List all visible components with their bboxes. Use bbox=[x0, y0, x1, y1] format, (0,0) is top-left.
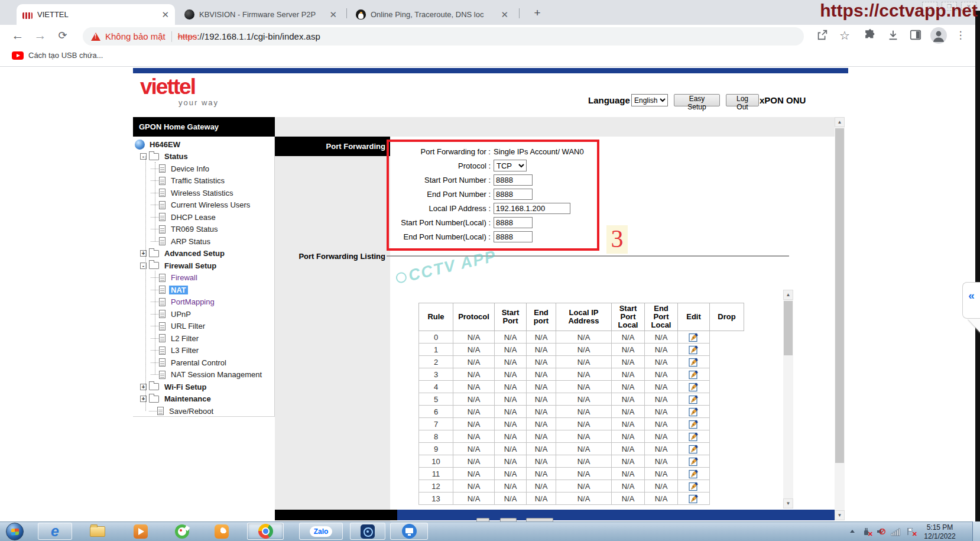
security-warning-icon[interactable] bbox=[91, 33, 100, 41]
tree-item-wireless-statistics[interactable]: Wireless Statistics bbox=[133, 187, 274, 199]
download-icon[interactable] bbox=[887, 28, 901, 43]
tree-item-label[interactable]: NAT Session Management bbox=[169, 370, 264, 379]
back-icon[interactable]: ← bbox=[8, 26, 27, 45]
protocol-select[interactable]: TCP bbox=[494, 160, 527, 171]
listing-scrollbar[interactable]: ▲ ▼ bbox=[783, 290, 793, 508]
tree-item-firewall[interactable]: Firewall bbox=[133, 272, 274, 284]
tree-item-label[interactable]: L2 Filter bbox=[169, 334, 200, 343]
tree-item-label[interactable]: Firewall bbox=[169, 273, 199, 282]
forward-icon[interactable]: → bbox=[31, 26, 50, 45]
tree-item-device-info[interactable]: Device Info bbox=[133, 163, 274, 175]
tree-item-label[interactable]: TR069 Status bbox=[169, 225, 220, 234]
share-icon[interactable] bbox=[816, 28, 830, 43]
extensions-puzzle-icon[interactable] bbox=[863, 28, 877, 43]
tree-item-label[interactable]: Parental Control bbox=[169, 358, 228, 367]
tree-item-firewall-setup[interactable]: -Firewall Setup bbox=[133, 260, 274, 272]
tree-item-maintenance[interactable]: +Maintenance bbox=[133, 393, 274, 406]
easy-setup-button[interactable]: Easy Setup bbox=[674, 94, 720, 106]
taskbar-explorer-button[interactable] bbox=[83, 523, 112, 540]
profile-avatar[interactable] bbox=[930, 27, 947, 44]
tab-close-icon[interactable]: ✕ bbox=[501, 10, 508, 19]
tree-item-parental-control[interactable]: Parental Control bbox=[133, 357, 274, 369]
tab-close-icon[interactable]: ✕ bbox=[161, 10, 169, 19]
log-out-button[interactable]: Log Out bbox=[726, 94, 759, 106]
edit-pen-icon[interactable] bbox=[678, 331, 710, 344]
tree-item-status[interactable]: -Status bbox=[133, 151, 274, 163]
tree-item-label[interactable]: ARP Status bbox=[169, 237, 212, 246]
edit-pen-icon[interactable] bbox=[678, 455, 710, 468]
local-ip-input[interactable] bbox=[494, 203, 570, 214]
edit-pen-icon[interactable] bbox=[678, 480, 710, 493]
tree-item-label[interactable]: L3 Filter bbox=[169, 346, 200, 355]
tree-item-label[interactable]: PortMapping bbox=[169, 297, 216, 306]
tree-item-label[interactable]: Maintenance bbox=[163, 394, 213, 403]
tree-item-label[interactable]: Traffic Statistics bbox=[169, 176, 226, 185]
tree-item-label[interactable]: Current Wireless Users bbox=[169, 200, 252, 209]
tree-item-label[interactable]: Advanced Setup bbox=[163, 249, 226, 258]
tree-item-label[interactable]: Firewall Setup bbox=[163, 261, 218, 270]
edit-pen-icon[interactable] bbox=[678, 393, 710, 406]
start-port-input[interactable] bbox=[494, 174, 533, 186]
tree-item-label[interactable]: Device Info bbox=[169, 164, 211, 173]
taskbar-screen-share-button[interactable] bbox=[390, 523, 428, 540]
tree-item-label[interactable]: Save/Reboot bbox=[167, 407, 215, 416]
scroll-down-icon[interactable]: ▼ bbox=[835, 510, 845, 520]
edit-pen-icon[interactable] bbox=[678, 418, 710, 430]
tree-item-tr069-status[interactable]: TR069 Status bbox=[133, 223, 274, 236]
taskbar-media-player-button[interactable] bbox=[125, 523, 156, 540]
tray-clock[interactable]: 5:15 PM 12/1/2022 bbox=[917, 523, 962, 541]
tab-viettel[interactable]: VIETTEL ✕ bbox=[17, 4, 175, 25]
edit-pen-icon[interactable] bbox=[678, 406, 710, 418]
tree-item-nat-session-management[interactable]: NAT Session Management bbox=[133, 369, 274, 381]
tree-item-label[interactable]: NAT bbox=[169, 286, 188, 294]
tree-item-label[interactable]: Status bbox=[163, 152, 190, 161]
taskbar-uc-browser-button[interactable] bbox=[207, 523, 236, 540]
tree-item-url-filter[interactable]: URL Filter bbox=[133, 320, 274, 333]
edit-pen-icon[interactable] bbox=[678, 381, 710, 393]
tree-item-current-wireless-users[interactable]: Current Wireless Users bbox=[133, 199, 274, 212]
menu-kebab-icon[interactable]: ⋮ bbox=[955, 27, 966, 44]
edit-pen-icon[interactable] bbox=[678, 430, 710, 443]
tree-item-l2-filter[interactable]: L2 Filter bbox=[133, 332, 274, 345]
edit-pen-icon[interactable] bbox=[678, 443, 710, 455]
edit-pen-icon[interactable] bbox=[678, 344, 710, 356]
edit-pen-icon[interactable] bbox=[678, 493, 710, 505]
tree-item-label[interactable]: H646EW bbox=[148, 140, 182, 149]
tree-item-nat[interactable]: NAT bbox=[133, 284, 274, 296]
tree-item-h646ew[interactable]: H646EW bbox=[133, 138, 274, 151]
scroll-up-icon[interactable]: ▲ bbox=[835, 117, 845, 127]
tab-online-ping[interactable]: Online Ping, Traceroute, DNS loc ✕ bbox=[350, 4, 514, 25]
tree-item-label[interactable]: DHCP Lease bbox=[169, 213, 218, 222]
taskbar-ie-button[interactable]: e bbox=[38, 523, 72, 540]
start-button[interactable] bbox=[6, 523, 24, 540]
scrollbar-thumb[interactable] bbox=[784, 301, 793, 355]
end-port-local-input[interactable] bbox=[494, 231, 533, 242]
taskbar-cctv-app-button[interactable] bbox=[350, 523, 385, 540]
reload-icon[interactable]: ⟳ bbox=[53, 26, 72, 45]
tree-item-dhcp-lease[interactable]: DHCP Lease bbox=[133, 211, 274, 223]
tree-item-portmapping[interactable]: PortMapping bbox=[133, 296, 274, 309]
tree-item-save-reboot[interactable]: Save/Reboot bbox=[133, 405, 274, 417]
page-scrollbar[interactable]: ▲ ▼ bbox=[835, 117, 845, 520]
address-bar[interactable]: Không bảo mật https://192.168.1.1/cgi-bi… bbox=[83, 27, 804, 46]
volume-muted-icon[interactable] bbox=[876, 527, 885, 536]
side-panel-icon[interactable] bbox=[909, 28, 923, 43]
new-tab-button[interactable]: + bbox=[530, 5, 545, 21]
edit-pen-icon[interactable] bbox=[678, 468, 710, 480]
tab-kbvision[interactable]: KBVISION - Firmware Server P2P ✕ bbox=[179, 4, 343, 25]
bookmark-item[interactable]: Cách tạo USB chứa... bbox=[12, 51, 103, 60]
language-select[interactable]: English bbox=[631, 94, 668, 106]
edit-pen-icon[interactable] bbox=[678, 356, 710, 368]
tree-item-label[interactable]: Wi-Fi Setup bbox=[163, 383, 208, 391]
bookmark-star-icon[interactable]: ☆ bbox=[839, 28, 854, 43]
tree-item-label[interactable]: UPnP bbox=[169, 310, 193, 319]
scroll-up-icon[interactable]: ▲ bbox=[783, 290, 793, 300]
tab-close-icon[interactable]: ✕ bbox=[329, 10, 337, 19]
show-desktop-button[interactable] bbox=[972, 521, 980, 541]
tree-item-label[interactable]: URL Filter bbox=[169, 322, 207, 331]
scroll-down-icon[interactable]: ▼ bbox=[783, 498, 793, 508]
tree-item-wi-fi-setup[interactable]: +Wi-Fi Setup bbox=[133, 381, 274, 393]
security-warning-text[interactable]: Không bảo mật bbox=[105, 31, 166, 41]
scrollbar-thumb[interactable] bbox=[835, 128, 844, 463]
taskbar-chrome-button[interactable] bbox=[247, 523, 284, 540]
